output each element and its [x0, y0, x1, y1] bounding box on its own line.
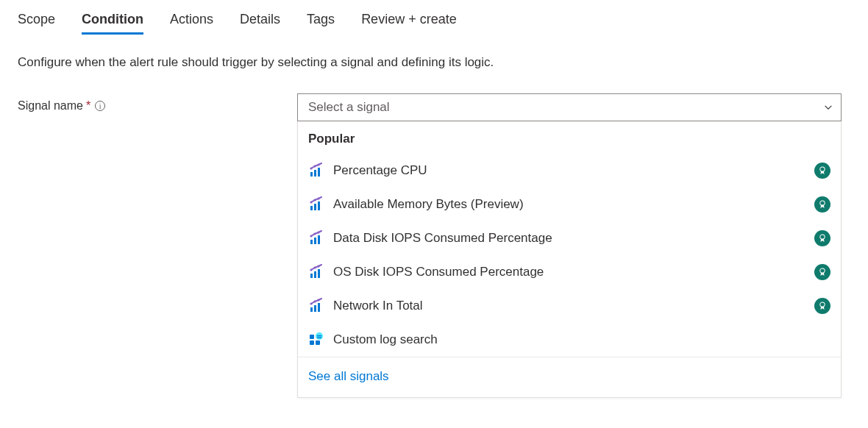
svg-point-5 — [317, 163, 319, 165]
svg-rect-7 — [310, 206, 313, 210]
signal-select-placeholder: Select a signal — [308, 100, 390, 115]
svg-rect-36 — [310, 340, 314, 345]
tab-tags[interactable]: Tags — [307, 12, 335, 35]
metric-icon — [308, 298, 324, 314]
tab-actions[interactable]: Actions — [170, 12, 213, 35]
signal-select[interactable]: Select a signal — [297, 93, 842, 121]
svg-rect-9 — [318, 201, 320, 210]
svg-rect-40 — [317, 338, 321, 338]
signal-item-label: Data Disk IOPS Consumed Percentage — [333, 231, 805, 246]
svg-point-6 — [820, 167, 825, 171]
required-indicator: * — [86, 99, 90, 113]
svg-rect-28 — [310, 307, 313, 312]
recommended-badge-icon — [814, 264, 830, 280]
svg-rect-0 — [310, 172, 313, 176]
svg-rect-22 — [314, 271, 316, 278]
dropdown-header: Popular — [298, 121, 841, 154]
recommended-badge-icon — [814, 196, 830, 213]
svg-point-13 — [820, 201, 825, 205]
chevron-down-icon — [823, 102, 833, 113]
recommended-badge-icon — [814, 298, 830, 314]
svg-rect-1 — [314, 170, 316, 176]
tabs-row: Scope Condition Actions Details Tags Rev… — [18, 7, 850, 35]
signal-item-label: Percentage CPU — [333, 163, 805, 178]
svg-point-18 — [313, 232, 316, 235]
svg-point-12 — [317, 197, 319, 199]
svg-point-33 — [317, 299, 319, 301]
recommended-badge-icon — [814, 230, 830, 246]
svg-point-26 — [317, 265, 319, 267]
signal-name-row: Signal name * i Select a signal Popular — [18, 93, 850, 398]
svg-rect-8 — [314, 204, 316, 210]
signal-item-data-disk-iops[interactable]: Data Disk IOPS Consumed Percentage — [298, 221, 841, 255]
svg-point-4 — [313, 165, 316, 167]
metric-icon — [308, 264, 324, 280]
svg-point-24 — [310, 268, 312, 271]
svg-rect-23 — [318, 269, 320, 278]
tab-condition[interactable]: Condition — [82, 12, 143, 35]
signal-item-label: OS Disk IOPS Consumed Percentage — [333, 265, 805, 279]
tab-scope[interactable]: Scope — [18, 12, 55, 35]
svg-point-34 — [820, 302, 825, 307]
signal-item-label: Available Memory Bytes (Preview) — [333, 197, 805, 212]
signal-dropdown: Popular Percentage — [297, 121, 842, 398]
see-all-signals-link[interactable]: See all signals — [308, 369, 389, 383]
svg-point-11 — [313, 199, 316, 201]
metric-icon — [308, 230, 324, 246]
signal-item-available-memory[interactable]: Available Memory Bytes (Preview) — [298, 188, 841, 221]
svg-rect-30 — [318, 303, 320, 312]
signal-name-label-group: Signal name * i — [18, 93, 297, 113]
svg-rect-39 — [317, 335, 321, 336]
svg-point-10 — [310, 201, 312, 203]
metric-icon — [308, 196, 324, 213]
signal-name-label: Signal name — [18, 99, 83, 113]
svg-rect-37 — [316, 340, 320, 345]
info-icon[interactable]: i — [95, 101, 105, 111]
signal-item-custom-log-search[interactable]: Custom log search — [298, 323, 841, 357]
svg-point-25 — [313, 266, 316, 268]
signal-list: Percentage CPU — [298, 154, 841, 357]
svg-rect-29 — [314, 305, 316, 312]
svg-rect-16 — [318, 235, 320, 244]
signal-item-os-disk-iops[interactable]: OS Disk IOPS Consumed Percentage — [298, 255, 841, 289]
see-all-row: See all signals — [298, 357, 841, 397]
recommended-badge-icon — [814, 163, 830, 179]
condition-description: Configure when the alert rule should tri… — [18, 55, 850, 70]
signal-item-network-in-total[interactable]: Network In Total — [298, 289, 841, 323]
signal-name-control: Select a signal Popular — [297, 93, 842, 398]
svg-point-27 — [820, 268, 825, 273]
svg-point-31 — [310, 302, 312, 304]
signal-item-label: Network In Total — [333, 299, 805, 313]
svg-point-19 — [317, 231, 319, 233]
svg-rect-15 — [314, 238, 316, 244]
svg-rect-35 — [310, 335, 314, 339]
signal-item-label: Custom log search — [333, 332, 830, 347]
svg-rect-2 — [318, 168, 320, 176]
svg-point-20 — [820, 235, 825, 239]
svg-point-3 — [310, 167, 312, 169]
tab-details[interactable]: Details — [240, 12, 280, 35]
svg-point-32 — [313, 300, 316, 302]
metric-icon — [308, 163, 324, 179]
svg-point-17 — [310, 235, 312, 237]
svg-rect-14 — [310, 240, 313, 244]
signal-item-percentage-cpu[interactable]: Percentage CPU — [298, 154, 841, 188]
tab-review-create[interactable]: Review + create — [361, 12, 457, 35]
svg-rect-21 — [310, 274, 313, 278]
log-search-icon — [308, 332, 324, 348]
